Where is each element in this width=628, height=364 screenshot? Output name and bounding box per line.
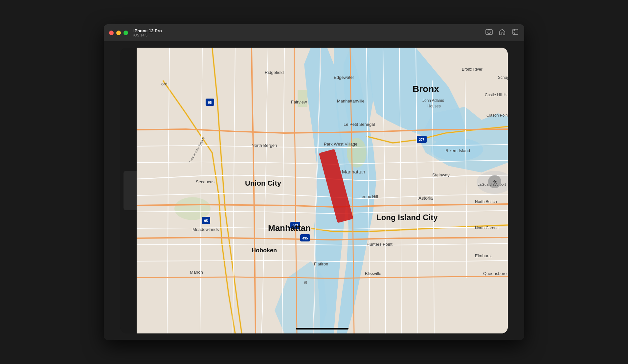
- window-title: iPhone 12 Pro iOS 14.5: [133, 28, 162, 37]
- rotate-icon[interactable]: [512, 28, 519, 37]
- svg-point-8: [174, 197, 211, 220]
- svg-text:Secaucus: Secaucus: [196, 179, 215, 184]
- svg-text:Hunters Point: Hunters Point: [367, 242, 392, 247]
- title-bar: iPhone 12 Pro iOS 14.5: [104, 24, 524, 41]
- svg-text:Ridgefield: Ridgefield: [265, 70, 284, 75]
- map-svg: 95 95 278 495 495 ✈ New J: [137, 48, 508, 333]
- svg-text:Le Petit Senegal: Le Petit Senegal: [344, 122, 375, 127]
- svg-text:95: 95: [204, 219, 208, 223]
- svg-text:Manhattanville: Manhattanville: [337, 99, 365, 103]
- svg-text:Queensboro: Queensboro: [483, 271, 507, 276]
- svg-text:Park West Village: Park West Village: [324, 142, 357, 147]
- notch-cutout: [123, 171, 137, 210]
- screenshot-icon[interactable]: [485, 28, 493, 37]
- svg-text:St: St: [304, 281, 307, 284]
- svg-point-1: [488, 31, 490, 34]
- ios-version: iOS 14.5: [133, 33, 162, 37]
- phone-frame: 95 95 278 495 495 ✈ New J: [120, 48, 508, 333]
- svg-text:North Corona: North Corona: [475, 226, 499, 230]
- minimize-button[interactable]: [116, 31, 121, 35]
- svg-text:Union City: Union City: [245, 179, 281, 187]
- svg-text:LaGuardia Airport: LaGuardia Airport: [478, 182, 506, 186]
- svg-text:95: 95: [208, 101, 212, 104]
- svg-text:Lenox Hill: Lenox Hill: [359, 194, 378, 199]
- svg-text:Bronx: Bronx: [413, 84, 439, 94]
- phone-container: 95 95 278 495 495 ✈ New J: [104, 41, 524, 340]
- svg-text:Elmhurst: Elmhurst: [475, 253, 492, 258]
- svg-text:North Beach: North Beach: [475, 199, 497, 204]
- home-bar: [296, 328, 348, 330]
- toolbar-actions: [485, 28, 519, 37]
- device-name: iPhone 12 Pro: [133, 28, 162, 33]
- svg-rect-2: [488, 29, 490, 30]
- svg-text:Fairview: Fairview: [291, 100, 307, 104]
- svg-text:Flatiron: Flatiron: [314, 262, 328, 266]
- maximize-button[interactable]: [123, 31, 128, 35]
- svg-text:Long Island City: Long Island City: [376, 213, 438, 222]
- svg-text:Blissville: Blissville: [365, 271, 381, 276]
- svg-text:Clason Point: Clason Point: [486, 113, 508, 118]
- svg-text:Hoboken: Hoboken: [252, 247, 277, 254]
- svg-text:Houses: Houses: [427, 104, 441, 108]
- svg-text:Edgewater: Edgewater: [334, 75, 354, 80]
- simulator-window: iPhone 12 Pro iOS 14.5: [104, 24, 524, 340]
- svg-text:Astoria: Astoria: [418, 195, 433, 201]
- svg-text:North Bergen: North Bergen: [252, 143, 277, 148]
- svg-text:Marion: Marion: [190, 270, 203, 275]
- svg-text:Manhattan: Manhattan: [268, 223, 311, 233]
- phone-notch: [120, 48, 137, 333]
- svg-text:John Adams: John Adams: [422, 98, 444, 103]
- svg-text:495: 495: [303, 237, 308, 240]
- svg-text:Bronx River: Bronx River: [462, 67, 482, 72]
- svg-text:ord: ord: [161, 81, 168, 86]
- map-area: 95 95 278 495 495 ✈ New J: [137, 48, 508, 333]
- svg-text:Steinway: Steinway: [432, 172, 450, 177]
- svg-text:Castle Hill Houses: Castle Hill Houses: [485, 93, 508, 97]
- svg-text:278: 278: [419, 138, 425, 142]
- svg-text:Rikers Island: Rikers Island: [445, 148, 470, 153]
- svg-text:Schuylervi: Schuylervi: [498, 75, 508, 80]
- svg-rect-3: [513, 29, 518, 34]
- svg-text:Manhattan: Manhattan: [342, 169, 365, 174]
- home-icon[interactable]: [499, 28, 506, 37]
- close-button[interactable]: [109, 31, 114, 35]
- svg-text:Meadowlands: Meadowlands: [192, 227, 219, 232]
- traffic-lights: [109, 31, 128, 35]
